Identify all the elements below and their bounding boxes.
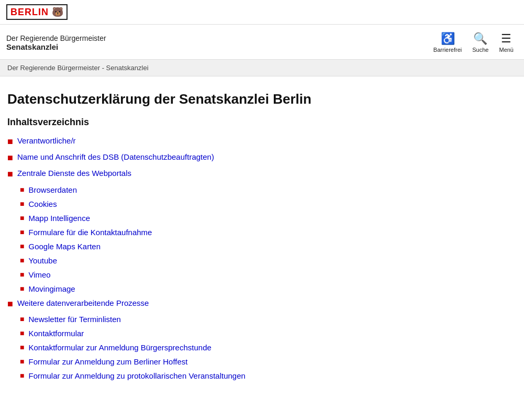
toc-sub-link[interactable]: Formular zur Anmeldung zum Berliner Hoff… [28,356,187,367]
toc-sub-item: ■Mapp Intelligence [20,213,506,224]
toc-sub-list: ■Browserdaten■Cookies■Mapp Intelligence■… [20,184,506,294]
toc-sub-link[interactable]: Kontaktformular zur Anmeldung Bürgerspre… [28,342,211,353]
org-title-block: Der Regierende Bürgermeister Senatskanzl… [6,34,106,51]
search-icon: 🔍 [473,32,487,46]
toc-sub-link[interactable]: Browserdaten [28,184,77,195]
toc-bullet-icon: ■ [7,135,13,148]
toc-bullet-icon: ■ [7,168,13,181]
toc-item: ■Verantwortliche/r [7,135,506,148]
toc-sub-bullet-icon: ■ [20,184,24,195]
toc-link[interactable]: Zentrale Dienste des Webportals [17,168,131,179]
accessibility-button[interactable]: ♿ Barrierefrei [429,30,466,55]
toc-item: ■Name und Anschrift des DSB (Datenschutz… [7,151,506,164]
toc-sub-item: ■Google Maps Karten [20,241,506,252]
toc-item: ■Zentrale Dienste des Webportals [7,168,506,181]
toc-sub-item: ■Cookies [20,198,506,209]
toc-sub-bullet-icon: ■ [20,198,24,209]
toc-bullet-icon: ■ [7,151,13,164]
toc-sub-item: ■Youtube [20,255,506,266]
toc-sub-bullet-icon: ■ [20,342,24,353]
toc-link[interactable]: Name und Anschrift des DSB (Datenschutzb… [17,151,214,162]
search-button[interactable]: 🔍 Suche [468,30,493,55]
toc-sub-link[interactable]: Movingimage [28,283,75,294]
breadcrumb-text: Der Regierende Bürgermeister - Senatskan… [7,64,149,72]
toc-sub-bullet-icon: ■ [20,283,24,294]
toc-sub-bullet-icon: ■ [20,356,24,367]
toc-sub-list: ■Newsletter für Terminlisten■Kontaktform… [20,314,506,381]
toc-sub-bullet-icon: ■ [20,213,24,224]
toc-sub-link[interactable]: Formular zur Anmeldung zu protokollarisc… [28,370,245,381]
org-line1: Der Regierende Bürgermeister [6,34,106,42]
toc-sub-bullet-icon: ■ [20,255,24,266]
berlin-text: BERLIN [10,7,49,18]
search-label: Suche [472,47,488,53]
toc-sub-item: ■Newsletter für Terminlisten [20,314,506,325]
toc-link[interactable]: Weitere datenverarbeitende Prozesse [17,297,149,308]
toc-link[interactable]: Verantwortliche/r [17,135,76,146]
toc-sub-link[interactable]: Newsletter für Terminlisten [28,314,120,325]
toc-sub-link[interactable]: Formulare für die Kontaktaufnahme [28,227,152,238]
toc-sub-item: ■Movingimage [20,283,506,294]
toc-sub-link[interactable]: Youtube [28,255,57,266]
toc-sub-link[interactable]: Google Maps Karten [28,241,101,252]
toc-sub-bullet-icon: ■ [20,241,24,252]
menu-icon: ☰ [501,32,511,46]
toc-sub-item: ■Kontaktformular [20,328,506,339]
toc-sub-link[interactable]: Kontaktformular [28,328,84,339]
accessibility-label: Barrierefrei [433,47,462,53]
org-line2: Senatskanzlei [6,42,106,51]
nav-header: Der Regierende Bürgermeister Senatskanzl… [0,25,524,60]
nav-icons: ♿ Barrierefrei 🔍 Suche ☰ Menü [429,30,518,55]
toc-sub-item: ■Browserdaten [20,184,506,195]
berlin-logo[interactable]: BERLIN 🐻 [6,4,68,20]
toc-sub-bullet-icon: ■ [20,328,24,339]
toc-sub-bullet-icon: ■ [20,370,24,381]
toc-bullet-icon: ■ [7,297,13,311]
toc-sub-item: ■Formular zur Anmeldung zum Berliner Hof… [20,356,506,367]
bear-icon: 🐻 [52,6,63,18]
toc-sub-link[interactable]: Mapp Intelligence [28,213,90,224]
top-bar: BERLIN 🐻 [0,0,524,25]
toc-list: ■Verantwortliche/r■Name und Anschrift de… [7,135,506,381]
breadcrumb: Der Regierende Bürgermeister - Senatskan… [0,60,524,76]
page-title: Datenschutzerklärung der Senatskanzlei B… [7,91,506,107]
toc-sub-bullet-icon: ■ [20,227,24,238]
toc-sub-bullet-icon: ■ [20,269,24,280]
toc-item: ■Weitere datenverarbeitende Prozesse [7,297,506,311]
toc-sub-item: ■Formulare für die Kontaktaufnahme [20,227,506,238]
menu-button[interactable]: ☰ Menü [495,30,518,55]
toc-sub-link[interactable]: Vimeo [28,269,50,280]
toc-sub-bullet-icon: ■ [20,314,24,325]
main-content: Datenschutzerklärung der Senatskanzlei B… [0,76,513,400]
toc-sub-item: ■Vimeo [20,269,506,280]
toc-sub-item: ■Kontaktformular zur Anmeldung Bürgerspr… [20,342,506,353]
menu-label: Menü [499,47,514,53]
toc-sub-link[interactable]: Cookies [28,198,57,209]
accessibility-icon: ♿ [441,32,455,46]
toc-heading: Inhaltsverzeichnis [7,117,506,128]
toc-sub-item: ■Formular zur Anmeldung zu protokollaris… [20,370,506,381]
